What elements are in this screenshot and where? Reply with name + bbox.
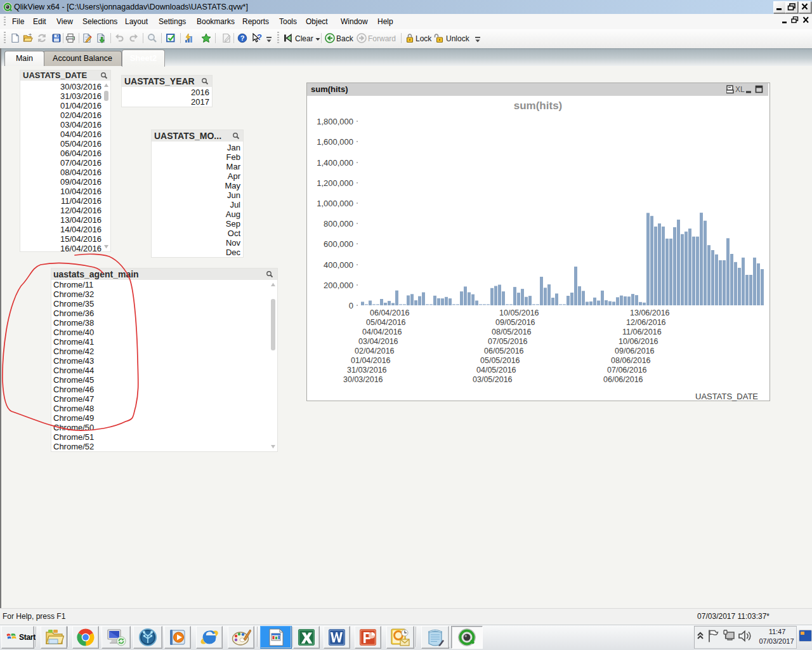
svg-text:XL: XL bbox=[735, 85, 745, 94]
svg-text:?: ? bbox=[257, 33, 262, 42]
svg-text:?: ? bbox=[240, 34, 245, 42]
